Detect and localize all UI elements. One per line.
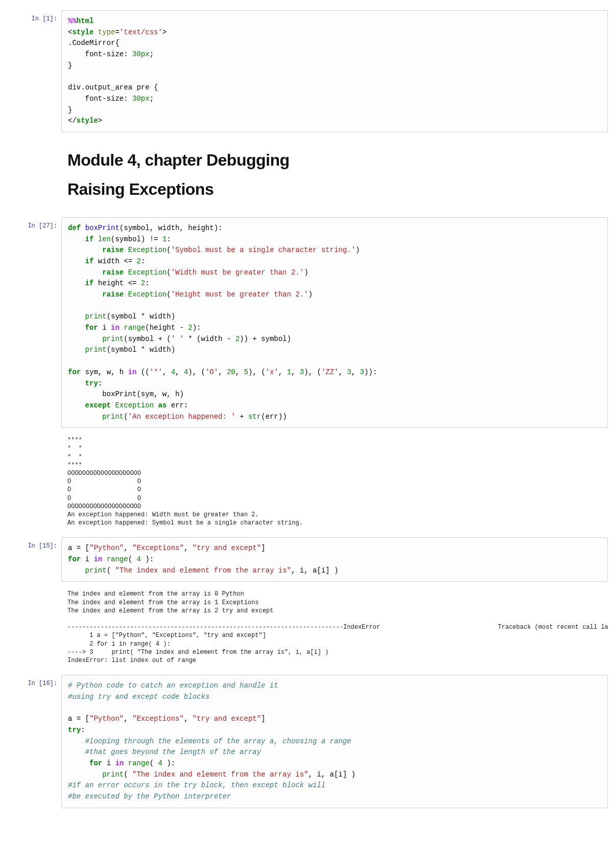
page-title: Module 4, chapter Debugging	[67, 151, 602, 170]
markdown-content: Module 4, chapter Debugging Raising Exce…	[61, 135, 608, 214]
code-cell-16: In [16]: # Python code to catch an excep…	[0, 675, 613, 808]
code-output: **** * * * * **** OOOOOOOOOOOOOOOOOOOO O…	[61, 431, 608, 534]
code-input[interactable]: a = ["Python", "Exceptions", "try and ex…	[61, 537, 608, 582]
prompt-label-empty	[0, 585, 61, 592]
prompt-label-empty	[0, 431, 61, 438]
prompt-label: In [1]:	[0, 10, 61, 25]
prompt-label: In [16]:	[0, 675, 61, 689]
code-cell-15: In [15]: a = ["Python", "Exceptions", "t…	[0, 537, 613, 582]
output-cell-15: The index and element from the array is …	[0, 585, 613, 672]
code-cell-1: In [1]: %%html <style type='text/css'> .…	[0, 10, 613, 132]
code-cell-27: In [27]: def boxPrint(symbol, width, hei…	[0, 217, 613, 428]
markdown-cell: Module 4, chapter Debugging Raising Exce…	[0, 135, 613, 214]
output-cell-27: **** * * * * **** OOOOOOOOOOOOOOOOOOOO O…	[0, 431, 613, 534]
code-input[interactable]: %%html <style type='text/css'> .CodeMirr…	[61, 10, 608, 132]
prompt-label: In [27]:	[0, 217, 61, 232]
section-title: Raising Exceptions	[67, 180, 602, 199]
code-output: The index and element from the array is …	[61, 585, 608, 672]
prompt-label-empty	[0, 135, 61, 143]
prompt-label: In [15]:	[0, 537, 61, 552]
code-input[interactable]: def boxPrint(symbol, width, height): if …	[61, 217, 608, 428]
code-input[interactable]: # Python code to catch an exception and …	[61, 675, 608, 808]
